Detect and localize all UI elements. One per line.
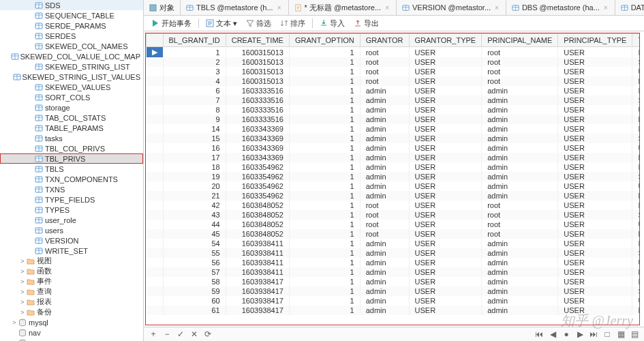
cell[interactable]: 1 [289, 191, 360, 201]
cell[interactable]: admin [360, 296, 409, 306]
cell[interactable]: 1 [289, 267, 360, 277]
add-row-button[interactable]: + [148, 329, 159, 340]
cell[interactable]: admin [360, 134, 409, 143]
column-header[interactable]: GRANTOR [360, 34, 409, 47]
cell[interactable]: 1603333516 [226, 105, 289, 115]
cell[interactable]: admin [482, 191, 558, 201]
cell[interactable]: 1 [289, 296, 360, 306]
cell[interactable]: INSERT [632, 86, 640, 95]
first-page-button[interactable]: ⏮ [534, 329, 545, 340]
table-row[interactable]: 316003150131rootUSERrootUSERUPDATE4331 [147, 67, 641, 76]
tree-node[interactable]: SKEWED_COL_NAMES [0, 41, 143, 51]
cell[interactable]: USER [409, 162, 482, 172]
cell[interactable]: 1603343369 [226, 124, 289, 134]
cell[interactable]: 1603354962 [226, 162, 289, 172]
cell[interactable]: 1 [289, 95, 360, 105]
table-row[interactable]: 816033335161adminUSERadminUSERUPDATE1044… [147, 105, 641, 115]
row-marker[interactable] [147, 115, 164, 124]
cell[interactable]: admin [360, 162, 409, 172]
cell[interactable]: root [360, 220, 409, 229]
cell[interactable]: USER [409, 143, 482, 153]
cell[interactable]: 1 [289, 220, 360, 229]
tree-node[interactable]: >备份 [0, 307, 143, 317]
cell[interactable]: 4 [163, 76, 226, 86]
row-marker[interactable] [147, 191, 164, 201]
row-marker[interactable] [147, 95, 164, 105]
cell[interactable]: root [482, 47, 558, 58]
table-row[interactable]: 4516038480521rootUSERrootUSERDELETE12151 [147, 229, 641, 239]
cell[interactable]: 43 [163, 210, 226, 220]
cell[interactable]: admin [482, 306, 558, 315]
cell[interactable]: 1603938411 [226, 267, 289, 277]
cell[interactable]: 16 [163, 143, 226, 153]
table-row[interactable]: 2016033549621adminUSERadminUSERUPDATE105… [147, 181, 641, 191]
cell[interactable]: admin [482, 296, 558, 306]
row-marker[interactable] [147, 258, 164, 267]
cell[interactable]: 1 [289, 57, 360, 67]
cell[interactable]: USER [409, 248, 482, 258]
cell[interactable]: USER [558, 115, 632, 124]
row-marker[interactable] [147, 248, 164, 258]
cell[interactable]: USER [409, 86, 482, 95]
object-tree-sidebar[interactable]: SDSSEQUENCE_TABLESERDE_PARAMSSERDESSKEWE… [0, 0, 144, 341]
cell[interactable]: 59 [163, 286, 226, 296]
cell[interactable]: USER [409, 105, 482, 115]
row-marker[interactable] [147, 86, 164, 95]
cell[interactable]: 9 [163, 115, 226, 124]
cell[interactable]: admin [360, 143, 409, 153]
table-row[interactable]: 216003150131rootUSERrootUSERSELECT4331 [147, 57, 641, 67]
cell[interactable]: 1 [289, 134, 360, 143]
cell[interactable]: admin [482, 248, 558, 258]
cell[interactable]: INSERT [632, 239, 640, 248]
cell[interactable]: 1603354962 [226, 181, 289, 191]
tree-node[interactable]: >视图 [0, 256, 143, 266]
cell[interactable]: DELETE [632, 153, 640, 162]
cell[interactable]: INSERT [632, 162, 640, 172]
column-header[interactable]: GRANTOR_TYPE [409, 34, 482, 47]
cell[interactable]: USER [558, 95, 632, 105]
cell[interactable]: 1 [289, 172, 360, 181]
column-header[interactable]: PRINCIPAL_NAME [482, 34, 558, 47]
cell[interactable]: 17 [163, 153, 226, 162]
cell[interactable]: admin [482, 105, 558, 115]
cell[interactable]: USER [409, 220, 482, 229]
cell[interactable]: SELECT [632, 95, 640, 105]
table-row[interactable]: 2116033549621adminUSERadminUSERDELETE105… [147, 191, 641, 201]
tree-node[interactable]: SEQUENCE_TABLE [0, 10, 143, 20]
cell[interactable]: INSERT [632, 277, 640, 286]
cell[interactable]: 1603333516 [226, 86, 289, 95]
column-header[interactable]: PRINCIPAL_TYPE [558, 34, 632, 47]
table-row[interactable]: 1816033549621adminUSERadminUSERINSERT105… [147, 162, 641, 172]
cell[interactable]: USER [558, 286, 632, 296]
cell[interactable]: SELECT [632, 134, 640, 143]
cell[interactable]: 15 [163, 134, 226, 143]
cell[interactable]: 1 [289, 76, 360, 86]
tree-twisty-icon[interactable]: > [19, 299, 26, 306]
cell[interactable]: admin [360, 258, 409, 267]
cell[interactable]: root [482, 57, 558, 67]
cell[interactable]: 60 [163, 296, 226, 306]
row-marker[interactable] [147, 67, 164, 76]
table-row[interactable]: 1516033433691adminUSERadminUSERSELECT104… [147, 134, 641, 143]
row-marker[interactable] [147, 229, 164, 239]
cell[interactable]: USER [558, 162, 632, 172]
cell[interactable]: root [482, 76, 558, 86]
cell[interactable]: 1603938417 [226, 286, 289, 296]
cell[interactable]: admin [482, 95, 558, 105]
cell[interactable]: 1 [289, 105, 360, 115]
cell[interactable]: 7 [163, 95, 226, 105]
row-marker[interactable] [147, 210, 164, 220]
export-button[interactable]: 导出 [350, 18, 382, 29]
table-row[interactable]: 5916039384171adminUSERadminUSERSELECT124… [147, 286, 641, 296]
row-marker[interactable] [147, 57, 164, 67]
cell[interactable]: 18 [163, 162, 226, 172]
cell[interactable]: admin [482, 181, 558, 191]
tree-node[interactable]: SKEWED_VALUES [0, 82, 143, 92]
cell[interactable]: USER [409, 47, 482, 58]
cell[interactable]: root [360, 201, 409, 210]
tree-node[interactable]: SDS [0, 0, 143, 10]
cell[interactable]: USER [558, 201, 632, 210]
table-row[interactable]: 1916033549621adminUSERadminUSERSELECT105… [147, 172, 641, 181]
data-grid-wrap[interactable]: BL_GRANT_IDCREATE_TIMEGRANT_OPTIONGRANTO… [145, 33, 640, 325]
row-marker[interactable] [147, 277, 164, 286]
